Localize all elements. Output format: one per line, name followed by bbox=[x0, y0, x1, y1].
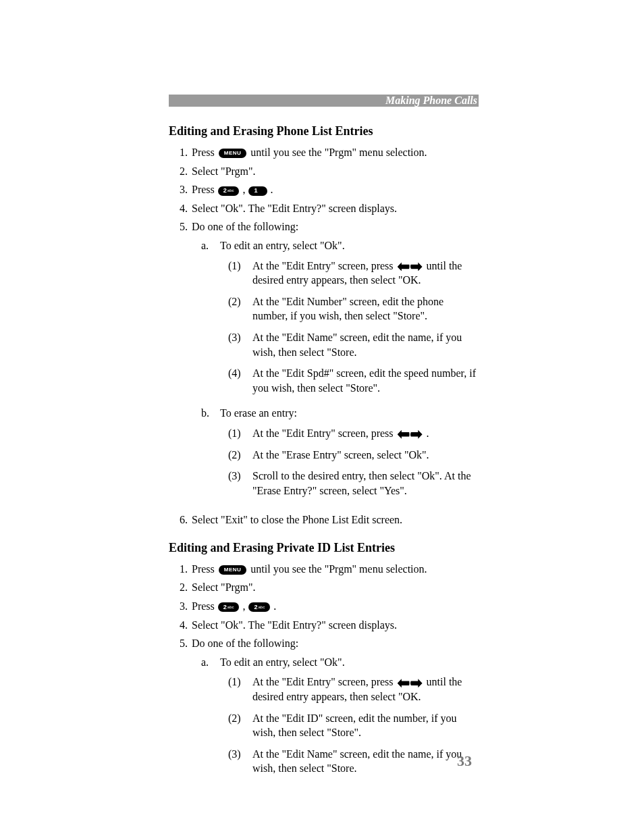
step: 3. Press 2abc , 2abc . bbox=[169, 599, 479, 614]
substeps: a. To edit an entry, select "Ok". (1) At… bbox=[192, 655, 479, 783]
text: To erase an entry: bbox=[220, 407, 297, 419]
step: 5. Do one of the following: a. To edit a… bbox=[169, 636, 479, 787]
text: At the "Edit Name" screen, edit the name… bbox=[252, 330, 479, 359]
list-item: (3)At the "Edit Name" screen, edit the n… bbox=[220, 330, 479, 359]
text: Press bbox=[192, 563, 217, 575]
step: 1. Press MENU until you see the "Prgm" m… bbox=[169, 562, 479, 577]
substep: b. To erase an entry: (1) At the "Edit E… bbox=[192, 406, 479, 504]
step: 5. Do one of the following: a. To edit a… bbox=[169, 219, 479, 509]
text: At the "Erase Entry" screen, select "Ok"… bbox=[252, 448, 479, 463]
nav-arrows-icon bbox=[398, 679, 423, 687]
text: until you see the "Prgm" menu selection. bbox=[250, 147, 427, 158]
nav-arrows-icon bbox=[398, 430, 423, 439]
list-item: (3)At the "Edit Name" screen, edit the n… bbox=[220, 747, 479, 776]
text: Scroll to the desired entry, then select… bbox=[252, 469, 479, 498]
list-item: (4)At the "Edit Spd#" screen, edit the s… bbox=[220, 366, 479, 395]
text: Select "Prgm". bbox=[192, 580, 479, 595]
page: Making Phone Calls Editing and Erasing P… bbox=[0, 0, 644, 834]
page-number: 33 bbox=[457, 752, 472, 770]
text: At the "Edit Entry" screen, press bbox=[252, 260, 396, 271]
text: To edit an entry, select "Ok". bbox=[220, 656, 345, 668]
step: 4.Select "Ok". The "Edit Entry?" screen … bbox=[169, 201, 479, 216]
list-item: (1) At the "Edit Entry" screen, press un… bbox=[220, 259, 479, 288]
text: Do one of the following: bbox=[192, 637, 298, 649]
nav-arrows-icon bbox=[398, 262, 423, 271]
text: Select "Prgm". bbox=[192, 164, 479, 179]
list-item: (2)At the "Edit Number" screen, edit the… bbox=[220, 294, 479, 323]
text: . bbox=[271, 184, 273, 195]
text: At the "Edit ID" screen, edit the number… bbox=[252, 711, 479, 740]
text: . bbox=[427, 427, 429, 439]
running-header: Making Phone Calls bbox=[169, 95, 479, 107]
list-item: (1) At the "Edit Entry" screen, press . bbox=[220, 426, 479, 441]
text: At the "Edit Number" screen, edit the ph… bbox=[252, 294, 479, 323]
text: At the "Edit Name" screen, edit the name… bbox=[252, 747, 479, 776]
text: Press bbox=[192, 600, 217, 612]
text: Do one of the following: bbox=[192, 221, 298, 232]
text: At the "Edit Spd#" screen, edit the spee… bbox=[252, 366, 479, 395]
text: At the "Edit Entry" screen, press bbox=[252, 427, 396, 439]
key-1-icon: 1 bbox=[248, 186, 267, 196]
menu-button-icon: MENU bbox=[219, 565, 247, 575]
list-item: (3)Scroll to the desired entry, then sel… bbox=[220, 469, 479, 498]
steps-private-id: 1. Press MENU until you see the "Prgm" m… bbox=[169, 562, 479, 787]
key-2-icon: 2abc bbox=[218, 602, 240, 612]
text: . bbox=[273, 600, 276, 612]
section-title-phone-list: Editing and Erasing Phone List Entries bbox=[169, 124, 479, 138]
substep: a. To edit an entry, select "Ok". (1) At… bbox=[192, 238, 479, 402]
key-2-icon: 2abc bbox=[248, 602, 270, 612]
text: Press bbox=[192, 147, 217, 158]
text: Select "Ok". The "Edit Entry?" screen di… bbox=[192, 201, 479, 216]
header-text: Making Phone Calls bbox=[385, 95, 477, 106]
steps-phone-list: 1. Press MENU until you see the "Prgm" m… bbox=[169, 145, 479, 527]
subsubsteps: (1) At the "Edit Entry" screen, press un… bbox=[220, 675, 479, 776]
text: To edit an entry, select "Ok". bbox=[220, 240, 345, 251]
step: 2.Select "Prgm". bbox=[169, 580, 479, 595]
menu-button-icon: MENU bbox=[219, 149, 247, 158]
text: At the "Edit Entry" screen, press bbox=[252, 676, 396, 687]
list-item: (1) At the "Edit Entry" screen, press un… bbox=[220, 675, 479, 704]
step: 1. Press MENU until you see the "Prgm" m… bbox=[169, 145, 479, 160]
text: , bbox=[242, 600, 248, 612]
step: 3. Press 2abc , 1 . bbox=[169, 182, 479, 197]
key-2-icon: 2abc bbox=[218, 186, 240, 196]
subsubsteps: (1) At the "Edit Entry" screen, press . … bbox=[220, 426, 479, 498]
substeps: a. To edit an entry, select "Ok". (1) At… bbox=[192, 238, 479, 504]
step: 4.Select "Ok". The "Edit Entry?" screen … bbox=[169, 618, 479, 633]
substep: a. To edit an entry, select "Ok". (1) At… bbox=[192, 655, 479, 783]
list-item: (2)At the "Erase Entry" screen, select "… bbox=[220, 448, 479, 463]
step: 2.Select "Prgm". bbox=[169, 164, 479, 179]
subsubsteps: (1) At the "Edit Entry" screen, press un… bbox=[220, 259, 479, 396]
text: Select "Exit" to close the Phone List Ed… bbox=[192, 513, 479, 527]
text: , bbox=[242, 184, 248, 195]
text: Press bbox=[192, 184, 217, 195]
step: 6.Select "Exit" to close the Phone List … bbox=[169, 513, 479, 527]
text: until you see the "Prgm" menu selection. bbox=[250, 563, 427, 575]
text: Select "Ok". The "Edit Entry?" screen di… bbox=[192, 618, 479, 633]
section-title-private-id: Editing and Erasing Private ID List Entr… bbox=[169, 541, 479, 555]
list-item: (2)At the "Edit ID" screen, edit the num… bbox=[220, 711, 479, 740]
